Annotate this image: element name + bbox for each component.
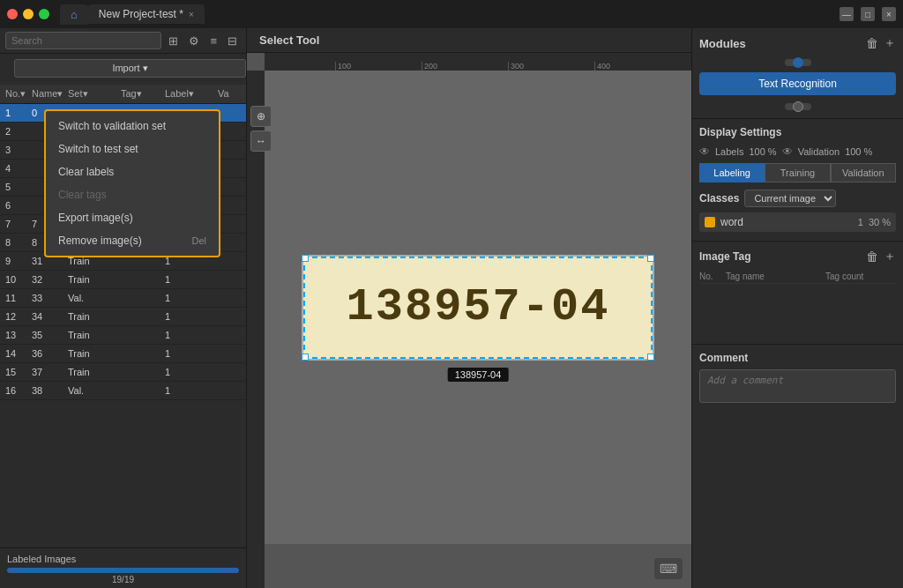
- validation-text: Validation: [798, 146, 840, 157]
- ruler-mark-300: 300: [508, 62, 524, 71]
- handle-tr[interactable]: [647, 255, 654, 262]
- table-row[interactable]: 1133Val.1: [0, 289, 246, 308]
- home-icon: ⌂: [71, 8, 78, 21]
- ctx-item-label: Remove image(s): [58, 234, 142, 247]
- table-row[interactable]: 1537Train1: [0, 363, 246, 382]
- handle-tl[interactable]: [302, 255, 309, 262]
- col-val: Va: [216, 88, 243, 100]
- tab-close-icon[interactable]: ×: [189, 10, 194, 19]
- class-count-word: 1: [858, 217, 863, 227]
- classes-row: Classes Current image: [699, 190, 896, 207]
- modules-header: Modules 🗑 ＋: [699, 35, 896, 51]
- ctx-switch-test[interactable]: Switch to test set: [46, 138, 219, 160]
- project-tab[interactable]: New Project-test * ×: [88, 4, 205, 24]
- tag-header-icons: 🗑 ＋: [866, 249, 896, 264]
- ctx-item-label: Switch to test set: [58, 143, 138, 155]
- close-traffic[interactable]: [7, 9, 18, 19]
- keyboard-icon[interactable]: ⌨: [654, 558, 683, 579]
- eye-icon-validation: 👁: [782, 145, 793, 158]
- handle-br[interactable]: [647, 354, 654, 361]
- center-area: Select Tool 100 200 300 400 ⊕ ↔: [247, 28, 691, 588]
- win-close-btn[interactable]: ×: [882, 7, 896, 21]
- ctx-shortcut: Del: [191, 235, 206, 246]
- pan-tool-btn[interactable]: ↔: [250, 130, 272, 152]
- handle-bl[interactable]: [302, 354, 309, 361]
- ctx-item-label: Clear labels: [58, 166, 114, 178]
- ctx-export-images[interactable]: Export image(s): [46, 206, 219, 229]
- ruler-mark-100: 100: [335, 62, 351, 71]
- validation-pct: 100 %: [845, 146, 872, 157]
- list-icon[interactable]: ≡: [206, 33, 220, 49]
- display-labels-row: 👁 Labels 100 % 👁 Validation 100 %: [699, 145, 896, 158]
- image-display: 138957-04 138957-04: [265, 71, 691, 544]
- eye-icon-labels: 👁: [699, 145, 710, 158]
- left-panel: ⊞ ⚙ ≡ ⊟ Import ▾ No.▾ Name▾ Set▾ Tag▾ La…: [0, 28, 247, 588]
- maximize-traffic[interactable]: [39, 9, 49, 19]
- tag-col-count: Tag count: [825, 272, 896, 281]
- display-settings-section: Display Settings 👁 Labels 100 % 👁 Valida…: [692, 119, 903, 242]
- filter-icon[interactable]: ⚙: [185, 33, 203, 49]
- labels-text: Labels: [715, 146, 743, 157]
- class-row-word[interactable]: word 1 30 %: [699, 212, 896, 232]
- import-button[interactable]: Import ▾: [14, 59, 246, 78]
- win-maximize-btn[interactable]: □: [861, 7, 875, 21]
- class-color-word: [705, 217, 715, 227]
- classes-label: Classes: [699, 192, 739, 205]
- ctx-switch-validation[interactable]: Switch to validation set: [46, 115, 219, 138]
- tab-validation[interactable]: Validation: [831, 163, 896, 182]
- comment-input[interactable]: [699, 369, 896, 403]
- context-menu: Switch to validation set Switch to test …: [44, 109, 220, 257]
- image-mock: 138957-04 138957-04: [302, 255, 654, 361]
- modules-header-icons: 🗑 ＋: [866, 35, 896, 51]
- labeled-images-section: Labeled Images 19/19: [0, 547, 246, 588]
- table-header: No.▾ Name▾ Set▾ Tag▾ Label▾ Va: [0, 85, 246, 104]
- image-tag-title: Image Tag: [699, 250, 750, 263]
- win-minimize-btn[interactable]: —: [840, 7, 854, 21]
- table-row[interactable]: 1234Train1: [0, 308, 246, 326]
- col-no: No.▾: [4, 88, 30, 100]
- titlebar: ⌂ New Project-test * × — □ ×: [0, 0, 903, 28]
- tag-add-btn[interactable]: ＋: [884, 249, 896, 264]
- ctx-clear-labels[interactable]: Clear labels: [46, 160, 219, 183]
- selection-box: [303, 257, 653, 359]
- modules-add-btn[interactable]: ＋: [884, 35, 896, 51]
- current-image-select[interactable]: Current image: [744, 190, 836, 207]
- table-row[interactable]: 1638Val.1: [0, 382, 246, 400]
- tab-labeling[interactable]: Labeling: [699, 163, 765, 182]
- progress-bar: [7, 568, 239, 573]
- tab-training[interactable]: Training: [765, 163, 830, 182]
- right-panel: Modules 🗑 ＋ Text Recognition: [691, 28, 903, 588]
- comment-section: Comment: [692, 345, 903, 413]
- table-row[interactable]: 1032Train1: [0, 271, 246, 289]
- search-input[interactable]: [5, 32, 161, 49]
- class-pct-word: 30 %: [869, 217, 891, 227]
- home-tab[interactable]: ⌂: [60, 4, 88, 25]
- table-row[interactable]: 1436Train1: [0, 345, 246, 363]
- modules-section: Modules 🗑 ＋ Text Recognition: [692, 28, 903, 119]
- minimize-traffic[interactable]: [23, 9, 34, 19]
- progress-fill: [7, 568, 239, 573]
- select-tool-title: Select Tool: [259, 33, 319, 47]
- labeling-tabs: Labeling Training Validation: [699, 163, 896, 182]
- ctx-remove-images[interactable]: Remove image(s) Del: [46, 229, 219, 252]
- labeled-images-title: Labeled Images: [7, 554, 239, 564]
- window-controls: — □ ×: [840, 7, 896, 21]
- grid-icon[interactable]: ⊟: [224, 33, 241, 49]
- tag-delete-btn[interactable]: 🗑: [866, 249, 878, 264]
- search-toolbar: ⊞ ⚙ ≡ ⊟: [0, 28, 246, 54]
- canvas-container[interactable]: 100 200 300 400 ⊕ ↔: [247, 53, 691, 588]
- ctx-item-label: Switch to validation set: [58, 120, 166, 132]
- ctx-clear-tags: Clear tags: [46, 183, 219, 206]
- table-row[interactable]: 1335Train1: [0, 326, 246, 345]
- modules-delete-btn[interactable]: 🗑: [866, 35, 878, 51]
- comment-title: Comment: [699, 352, 896, 364]
- tag-col-name: Tag name: [726, 272, 825, 281]
- labels-pct: 100 %: [749, 146, 776, 157]
- display-settings-title: Display Settings: [699, 126, 896, 138]
- image-label: 138957-04: [448, 368, 509, 382]
- traffic-lights: [7, 9, 49, 19]
- titlebar-tabs: ⌂ New Project-test * ×: [60, 4, 205, 25]
- image-import-icon[interactable]: ⊞: [165, 33, 182, 49]
- text-recognition-btn[interactable]: Text Recognition: [699, 72, 896, 95]
- selection-tool-btn[interactable]: ⊕: [250, 106, 272, 127]
